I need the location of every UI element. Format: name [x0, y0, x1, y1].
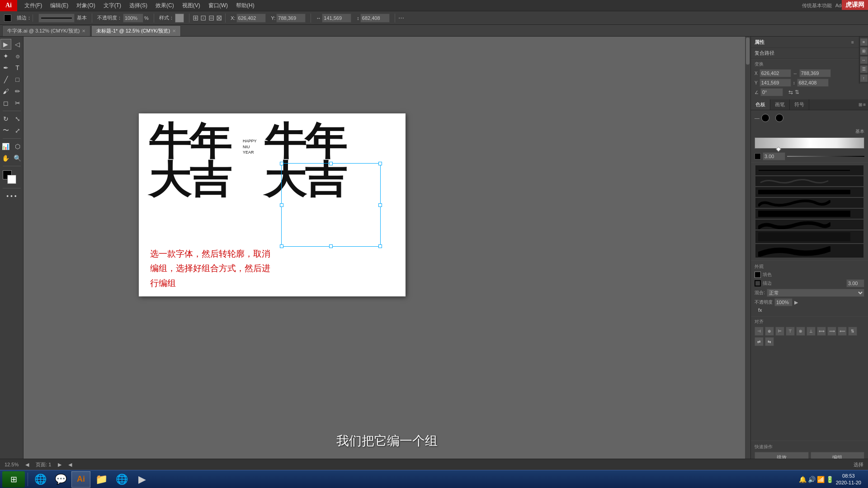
- y-transform-input[interactable]: [760, 79, 791, 87]
- taskbar-folder[interactable]: 📁: [92, 471, 111, 488]
- w-input[interactable]: [322, 14, 351, 23]
- line-tool[interactable]: ╱: [0, 74, 11, 85]
- magic-wand-tool[interactable]: ✦: [0, 51, 11, 61]
- align-bottom[interactable]: ⊥: [807, 327, 816, 336]
- panel-menu2-icon[interactable]: ≡: [863, 102, 866, 107]
- distribute-right[interactable]: ⟸: [838, 327, 847, 336]
- distribute-bottom[interactable]: ⇆: [765, 337, 774, 346]
- tab-0-close[interactable]: ✕: [82, 28, 85, 33]
- panel-icon-layer[interactable]: ☰: [860, 66, 868, 73]
- flip-v-icon[interactable]: ⇅: [795, 89, 799, 95]
- taskbar-ai[interactable]: Ai: [71, 471, 90, 488]
- menu-object[interactable]: 对象(O): [73, 1, 99, 10]
- zoom-tool[interactable]: 🔍: [12, 153, 23, 164]
- tab-symbol[interactable]: 符号: [790, 99, 809, 110]
- style-preview[interactable]: [175, 14, 184, 23]
- stroke-indicator[interactable]: 描边：: [15, 14, 35, 23]
- pen-tool[interactable]: ✒: [0, 62, 11, 73]
- swatch-black2[interactable]: [775, 114, 783, 122]
- lasso-tool[interactable]: ⌾: [12, 51, 23, 61]
- tab-1-close[interactable]: ✕: [172, 28, 176, 33]
- tab-brush[interactable]: 画笔: [770, 99, 790, 110]
- perspective-tool[interactable]: ⬡: [12, 141, 23, 152]
- opacity-input[interactable]: [123, 14, 143, 23]
- rotate-tool[interactable]: ↻: [0, 113, 11, 124]
- select-tool[interactable]: ▶: [0, 39, 11, 50]
- stroke-size-appear-input[interactable]: [846, 279, 864, 287]
- tab-1[interactable]: 未标题-1* @ 12.5% (CMYK/预览) ✕: [91, 25, 181, 36]
- x-input[interactable]: [236, 14, 266, 23]
- angle-input[interactable]: [760, 88, 783, 96]
- distribute-center-h[interactable]: ⟹: [827, 327, 836, 336]
- taskbar-media[interactable]: ▶: [132, 471, 151, 488]
- status-scroll[interactable]: ◀: [68, 462, 72, 468]
- tab-color-swatch[interactable]: 色板: [751, 99, 770, 110]
- blend-mode-select[interactable]: 正常: [767, 289, 864, 297]
- stroke-color-box[interactable]: [755, 153, 761, 160]
- menu-window[interactable]: 窗口(W): [205, 1, 231, 10]
- align-left[interactable]: ⊣: [755, 327, 764, 336]
- tray-icon-2[interactable]: 🔊: [808, 476, 816, 483]
- brush-preview-3[interactable]: [755, 187, 863, 197]
- menu-file[interactable]: 文件(F): [21, 1, 46, 10]
- swatch-black[interactable]: [761, 114, 769, 122]
- menu-effect[interactable]: 效果(C): [152, 1, 178, 10]
- align-right[interactable]: ⊢: [775, 327, 784, 336]
- align-center-h[interactable]: ⊕: [765, 327, 774, 336]
- canvas-scrollbar-v[interactable]: [745, 37, 750, 471]
- text-tool[interactable]: T: [12, 62, 23, 73]
- flip-h-icon[interactable]: ⇆: [788, 89, 793, 95]
- fill-color-indicator[interactable]: [4, 14, 11, 22]
- tray-icon-battery[interactable]: 🔋: [826, 476, 834, 483]
- stroke-color-box-appear[interactable]: [755, 280, 761, 286]
- panel-expand-icon[interactable]: ⊞: [859, 102, 862, 107]
- opacity-expand-icon[interactable]: ▶: [794, 300, 798, 305]
- y-input[interactable]: [276, 14, 306, 23]
- column-graph-tool[interactable]: 📊: [0, 141, 11, 152]
- brush-preview-5[interactable]: [755, 209, 863, 219]
- panel-icon-transform[interactable]: ↔: [860, 56, 868, 64]
- taskbar-wechat[interactable]: 💬: [51, 471, 70, 488]
- brush-preview-2[interactable]: [755, 176, 863, 186]
- menu-select[interactable]: 选择(S): [126, 1, 151, 10]
- distribute-top[interactable]: ⇅: [848, 327, 857, 336]
- start-button[interactable]: ⊞: [2, 471, 25, 488]
- fill-color-box[interactable]: [755, 272, 761, 278]
- page-nav-prev[interactable]: ◀: [25, 462, 29, 468]
- direct-select-tool[interactable]: ◁: [12, 39, 23, 50]
- canvas-area[interactable]: 牛年 大吉 HAPPY NIU YEAR 牛年 大吉 选一款字体，然后转轮廓，取…: [24, 37, 750, 477]
- menu-edit[interactable]: 编辑(E): [47, 1, 72, 10]
- brush-preview-7[interactable]: [755, 230, 863, 243]
- extra-tool[interactable]: • • •: [3, 191, 21, 202]
- gradient-bar[interactable]: [755, 137, 864, 149]
- taskbar-explorer[interactable]: 🌐: [31, 471, 50, 488]
- brush-preview-8[interactable]: [755, 244, 863, 258]
- menu-text[interactable]: 文字(T): [100, 1, 125, 10]
- hand-tool[interactable]: ✋: [0, 153, 11, 164]
- panel-icon-align[interactable]: ⊞: [860, 47, 868, 55]
- align-center-v[interactable]: ⊗: [796, 327, 805, 336]
- panel-menu-icon[interactable]: ≡: [849, 38, 856, 46]
- zoom-control[interactable]: 12.5%: [5, 462, 19, 467]
- distribute-left[interactable]: ⟺: [817, 327, 826, 336]
- panel-icon-export[interactable]: ↑: [860, 75, 868, 82]
- brush-preview-4[interactable]: [755, 198, 863, 208]
- distribute-center-v[interactable]: ⇄: [755, 337, 764, 346]
- tray-icon-1[interactable]: 🔔: [799, 476, 807, 483]
- stroke-style-selector[interactable]: 基本: [37, 13, 89, 23]
- select-tool-indicator[interactable]: [2, 14, 13, 23]
- rect-tool[interactable]: □: [12, 74, 23, 85]
- opacity-appear-input[interactable]: [774, 298, 793, 306]
- w-transform-input[interactable]: [799, 69, 831, 77]
- scale-tool[interactable]: ⤡: [12, 113, 23, 124]
- menu-help[interactable]: 帮助(H): [232, 1, 258, 10]
- width-tool[interactable]: ⤢: [12, 125, 23, 136]
- style-control[interactable]: 样式：: [157, 13, 186, 23]
- h-transform-input[interactable]: [797, 79, 829, 87]
- paintbrush-tool[interactable]: 🖌: [0, 86, 11, 97]
- warp-tool[interactable]: 〜: [0, 125, 11, 136]
- align-top[interactable]: ⊤: [786, 327, 795, 336]
- tray-icon-network[interactable]: 📶: [817, 476, 825, 483]
- stroke-size-input[interactable]: [763, 152, 785, 160]
- menu-view[interactable]: 视图(V): [179, 1, 204, 10]
